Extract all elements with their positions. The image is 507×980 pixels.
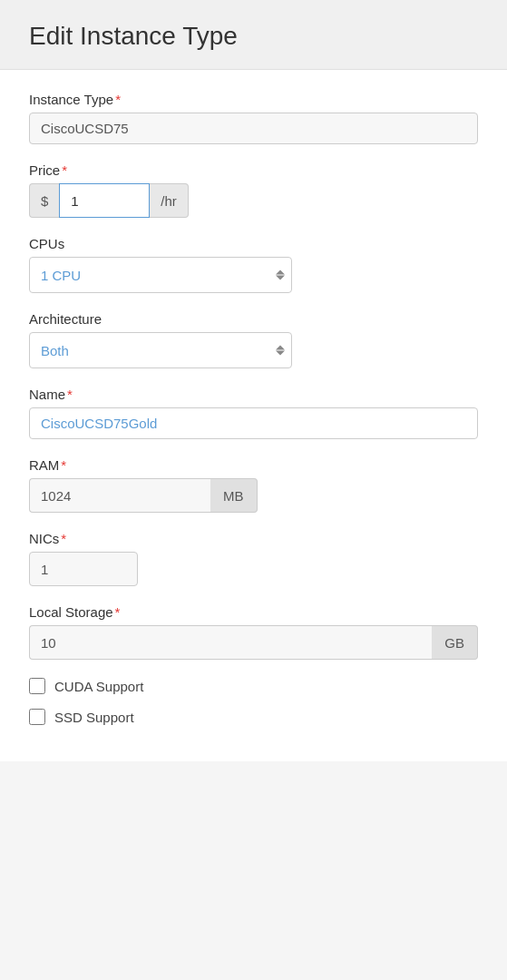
cpus-group: CPUs 1 CPU 2 CPU 4 CPU 8 CPU — [29, 236, 478, 293]
ssd-support-checkbox[interactable] — [29, 709, 45, 725]
price-input-group: $ /hr — [29, 183, 478, 218]
ram-input-group: MB — [29, 478, 478, 513]
price-prefix: $ — [29, 183, 59, 218]
price-suffix: /hr — [150, 183, 189, 218]
cuda-support-checkbox[interactable] — [29, 678, 45, 694]
local-storage-input[interactable] — [29, 625, 432, 660]
ram-label: RAM* — [29, 457, 478, 473]
required-star: * — [115, 92, 121, 107]
instance-type-group: Instance Type* — [29, 92, 478, 144]
ssd-support-label[interactable]: SSD Support — [54, 710, 134, 725]
architecture-select[interactable]: Both x86_64 i686 — [29, 332, 292, 368]
architecture-select-wrapper: Both x86_64 i686 — [29, 332, 292, 368]
name-input[interactable] — [29, 407, 478, 439]
price-label: Price* — [29, 162, 478, 178]
required-star-ram: * — [61, 457, 66, 473]
nics-input[interactable] — [29, 552, 138, 586]
local-storage-group: Local Storage* GB — [29, 604, 478, 660]
form-container: Instance Type* Price* $ /hr CPUs 1 CPU 2… — [0, 70, 507, 761]
instance-type-label: Instance Type* — [29, 92, 478, 107]
nics-group: NICs* — [29, 531, 478, 586]
price-group: Price* $ /hr — [29, 162, 478, 218]
cpus-select-wrapper: 1 CPU 2 CPU 4 CPU 8 CPU — [29, 257, 292, 293]
page-header: Edit Instance Type — [0, 0, 507, 70]
name-label: Name* — [29, 387, 478, 402]
cuda-support-label[interactable]: CUDA Support — [54, 679, 143, 694]
ram-input[interactable] — [29, 478, 210, 513]
cpus-select[interactable]: 1 CPU 2 CPU 4 CPU 8 CPU — [29, 257, 292, 293]
required-star-price: * — [62, 162, 67, 178]
ram-unit: MB — [210, 478, 258, 513]
page-title: Edit Instance Type — [29, 22, 478, 51]
storage-unit: GB — [432, 625, 478, 660]
instance-type-input[interactable] — [29, 113, 478, 144]
cuda-support-group: CUDA Support — [29, 678, 478, 694]
nics-label: NICs* — [29, 531, 478, 546]
local-storage-label: Local Storage* — [29, 604, 478, 620]
required-star-nics: * — [61, 531, 66, 546]
ssd-support-group: SSD Support — [29, 709, 478, 725]
cpus-label: CPUs — [29, 236, 478, 251]
name-group: Name* — [29, 387, 478, 439]
required-star-name: * — [67, 387, 73, 402]
architecture-group: Architecture Both x86_64 i686 — [29, 311, 478, 368]
price-input[interactable] — [59, 183, 150, 218]
required-star-storage: * — [115, 604, 121, 620]
architecture-label: Architecture — [29, 311, 478, 327]
ram-group: RAM* MB — [29, 457, 478, 513]
storage-input-group: GB — [29, 625, 478, 660]
